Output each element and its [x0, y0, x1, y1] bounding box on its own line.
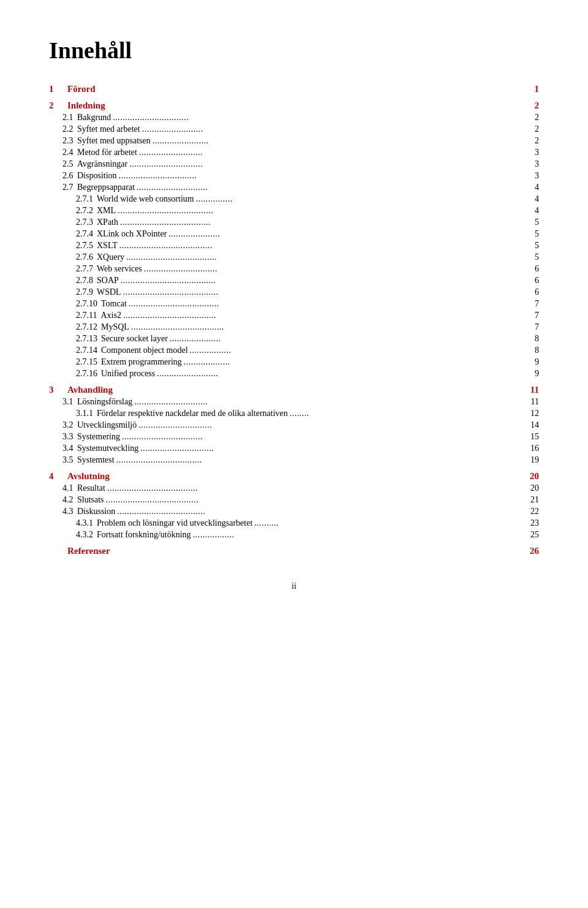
toc-row: 2.7.16Unified process...................… — [49, 368, 539, 379]
toc-num: 2.7.8 — [49, 276, 93, 286]
toc-dots: ............................. — [137, 183, 522, 192]
toc-page: 11 — [524, 397, 539, 407]
toc-row: 3.2Utvecklingsmiljö.....................… — [49, 419, 539, 431]
toc-dots: .............................. — [129, 159, 522, 169]
toc-row: 2.6Disposition..........................… — [49, 170, 539, 181]
toc-label: Secure socket layer — [101, 334, 168, 344]
toc-num: 4.3 — [49, 507, 74, 516]
toc-dots: ..................................... — [129, 299, 522, 309]
toc-num: 2.7.5 — [49, 241, 93, 251]
toc-label: Systemutveckling — [77, 444, 138, 453]
toc-num: 2.7.1 — [49, 194, 93, 204]
toc-row: 2.2Syftet med arbetet...................… — [49, 123, 539, 135]
toc-row: 3.5Systemtest...........................… — [49, 454, 539, 466]
toc-label: SOAP — [97, 276, 119, 286]
toc-row: 2.3Syftet med uppsatsen.................… — [49, 135, 539, 146]
toc-num: 2.7.7 — [49, 264, 93, 274]
toc-page: 6 — [524, 287, 539, 297]
toc-dots: ....................................... — [121, 276, 522, 286]
toc-row: 3.4Systemutveckling.....................… — [49, 442, 539, 454]
toc-row: 1Förord1 — [49, 81, 539, 95]
toc-dots: ..................... — [168, 229, 522, 239]
toc-num: 2.7.13 — [49, 334, 97, 344]
toc-num: 2.7 — [49, 183, 74, 192]
toc-label: XSLT — [97, 241, 118, 251]
toc-page: 19 — [524, 455, 539, 465]
toc-num: 2.3 — [49, 136, 74, 146]
toc-label: Axis2 — [100, 311, 121, 320]
toc-num: 3.4 — [49, 444, 74, 453]
toc-row: 2.7.10Tomcat............................… — [49, 298, 539, 309]
toc-label: Problem och lösningar vid utvecklingsarb… — [97, 518, 252, 528]
toc-label: MySQL — [101, 322, 129, 332]
toc-label: Diskussion — [77, 507, 115, 516]
toc-dots: ................... — [184, 357, 522, 367]
toc-row: 2.7Begreppsapparat......................… — [49, 181, 539, 193]
toc-label: Inledning — [67, 100, 105, 111]
toc-page: 2 — [524, 124, 539, 134]
toc-page: 11 — [524, 385, 539, 395]
toc-row: 2.7.9WSDL...............................… — [49, 286, 539, 298]
toc-label: Systemering — [77, 432, 120, 442]
toc-num: 2.6 — [49, 171, 74, 181]
toc-page: 4 — [524, 183, 539, 192]
toc-label: XLink och XPointer — [97, 229, 167, 239]
toc-num: 3.2 — [49, 420, 74, 430]
toc-label: Syftet med arbetet — [77, 124, 140, 134]
toc-label: WSDL — [97, 287, 121, 297]
toc-dots: ..................... — [170, 334, 522, 344]
toc-num: 2.7.2 — [49, 206, 93, 216]
toc-dots: ...................................... — [119, 241, 522, 251]
toc-num: 1 — [49, 84, 64, 94]
toc-row: 3.1.1Fördelar respektive nackdelar med d… — [49, 407, 539, 419]
toc-dots: ............... — [196, 194, 522, 204]
toc-dots: .............................. — [144, 264, 522, 274]
toc-row: 4.3Diskussion...........................… — [49, 505, 539, 517]
toc-label: Slutsats — [77, 495, 104, 505]
toc-row: 2.5Avgränsningar........................… — [49, 158, 539, 170]
toc-label: Förord — [67, 84, 96, 94]
toc-dots: ...................................... — [131, 322, 522, 332]
toc-label: Web services — [97, 264, 142, 274]
toc-num: 2.7.9 — [49, 287, 93, 297]
toc-row: 2.7.4XLink och XPointer.................… — [49, 228, 539, 240]
toc-num: 2.4 — [49, 148, 74, 157]
toc-dots: ....................................... — [118, 206, 522, 216]
toc-page: 3 — [524, 171, 539, 181]
toc-page: 26 — [524, 546, 539, 556]
page-footer: ii — [49, 581, 539, 591]
toc-dots: .......... — [254, 518, 522, 528]
toc-page: 3 — [524, 159, 539, 169]
toc-page: 4 — [524, 206, 539, 216]
toc-row: 2.1Bakgrund.............................… — [49, 112, 539, 123]
toc-num: 2.7.10 — [49, 299, 97, 309]
toc-page: 5 — [524, 229, 539, 239]
toc-page: 5 — [524, 218, 539, 227]
toc-page: 3 — [524, 148, 539, 157]
toc-label: Avslutning — [67, 471, 110, 482]
toc-row: 4.3.2Fortsatt forskning/utökning........… — [49, 529, 539, 540]
toc-dots: ....................... — [153, 136, 522, 146]
toc-page: 2 — [524, 100, 539, 111]
toc-page: 9 — [524, 357, 539, 367]
toc-label: Extrem programmering — [101, 357, 182, 367]
toc-page: 25 — [524, 530, 539, 540]
toc-dots: ................................. — [122, 432, 522, 442]
toc-row: 2.7.15Extrem programmering..............… — [49, 356, 539, 368]
toc-dots: .............................. — [140, 444, 522, 453]
toc-num: 2.7.12 — [49, 322, 97, 332]
toc-num: 2.7.4 — [49, 229, 93, 239]
toc-dots: ................................ — [119, 171, 522, 181]
toc-row: 2.7.8SOAP...............................… — [49, 274, 539, 286]
toc-label: XQuery — [97, 252, 124, 262]
toc-page: 14 — [524, 420, 539, 430]
toc-label: Avhandling — [67, 385, 113, 395]
toc-row: 2.7.11Axis2.............................… — [49, 309, 539, 321]
toc-num: 2.7.11 — [49, 311, 97, 320]
toc-page: 20 — [524, 483, 539, 493]
toc-row: 4.1Resultat.............................… — [49, 482, 539, 494]
toc-page: 5 — [524, 252, 539, 262]
toc-page: 16 — [524, 444, 539, 453]
toc-num: 2.7.15 — [49, 357, 97, 367]
toc-num: 2.7.16 — [49, 369, 97, 379]
